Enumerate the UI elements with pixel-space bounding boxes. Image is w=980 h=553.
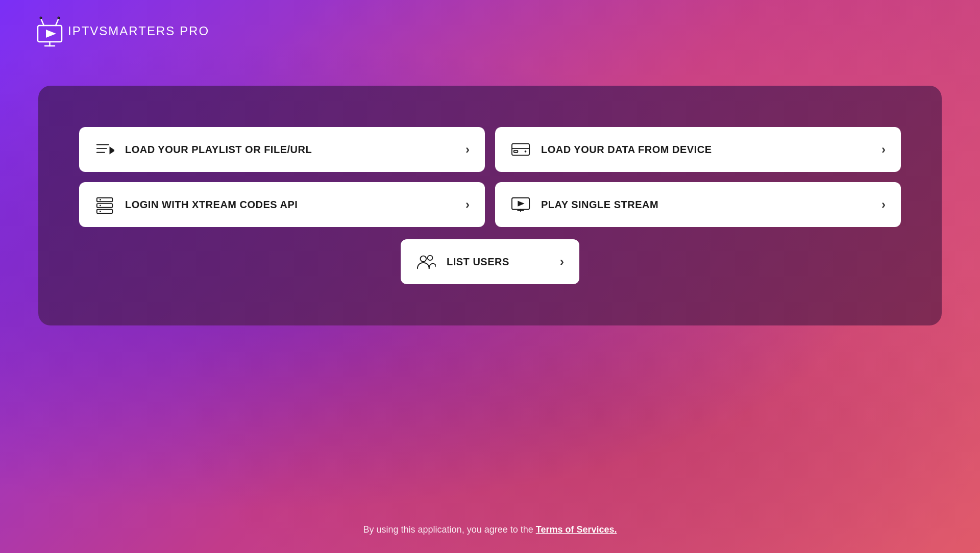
login-xtream-button[interactable]: LOGIN WITH XTREAM CODES API › [79,182,485,227]
svg-point-20 [100,205,101,206]
load-playlist-button[interactable]: LOAD YOUR PLAYLIST OR FILE/URL › [79,127,485,172]
svg-point-4 [58,17,60,19]
playlist-icon [94,139,115,160]
svg-marker-11 [110,146,115,154]
header: IPTVSMARTERS PRO [36,15,209,46]
terms-link[interactable]: Terms of Services. [536,524,617,535]
svg-rect-17 [97,204,112,208]
logo-brand: SMARTERS [99,24,175,38]
device-icon [510,139,531,160]
option-left: LIST USERS [416,252,509,272]
list-users-chevron: › [560,255,564,269]
option-left: LOAD YOUR DATA FROM DEVICE [510,139,712,160]
svg-point-26 [421,256,426,262]
stream-icon [510,194,531,215]
logo-icon [36,15,64,46]
svg-rect-16 [97,198,112,202]
load-device-label: LOAD YOUR DATA FROM DEVICE [541,144,712,156]
logo-edition: PRO [180,24,209,38]
list-users-button[interactable]: LIST USERS › [401,239,579,284]
users-icon [416,252,436,272]
list-users-label: LIST USERS [447,256,509,268]
logo-text: IPTVSMARTERS PRO [68,22,209,39]
svg-point-19 [100,199,101,200]
svg-rect-18 [97,210,112,214]
footer: By using this application, you agree to … [0,524,980,535]
logo-app-name: IPTV [68,24,99,38]
play-stream-label: PLAY SINGLE STREAM [541,199,658,211]
option-left: PLAY SINGLE STREAM [510,194,658,215]
svg-rect-14 [514,150,518,153]
options-grid: LOAD YOUR PLAYLIST OR FILE/URL › LOAD YO… [79,127,901,227]
svg-rect-12 [512,144,529,156]
logo: IPTVSMARTERS PRO [36,15,209,46]
option-left: LOGIN WITH XTREAM CODES API [94,194,298,215]
svg-point-21 [100,211,101,212]
svg-point-27 [428,256,433,261]
play-stream-chevron: › [881,197,886,212]
svg-line-1 [41,18,44,26]
svg-marker-7 [46,30,56,38]
load-device-button[interactable]: LOAD YOUR DATA FROM DEVICE › [495,127,901,172]
load-playlist-label: LOAD YOUR PLAYLIST OR FILE/URL [125,144,312,156]
main-panel: LOAD YOUR PLAYLIST OR FILE/URL › LOAD YO… [38,86,942,325]
play-stream-button[interactable]: PLAY SINGLE STREAM › [495,182,901,227]
footer-text: By using this application, you agree to … [363,524,536,535]
list-users-row: LIST USERS › [79,239,901,284]
login-xtream-label: LOGIN WITH XTREAM CODES API [125,199,298,211]
login-xtream-chevron: › [465,197,470,212]
svg-point-15 [525,150,527,153]
load-device-chevron: › [881,142,886,157]
svg-point-3 [40,17,42,19]
xtream-icon [94,194,115,215]
load-playlist-chevron: › [465,142,470,157]
option-left: LOAD YOUR PLAYLIST OR FILE/URL [94,139,312,160]
svg-marker-25 [518,200,524,206]
svg-line-2 [56,18,59,26]
